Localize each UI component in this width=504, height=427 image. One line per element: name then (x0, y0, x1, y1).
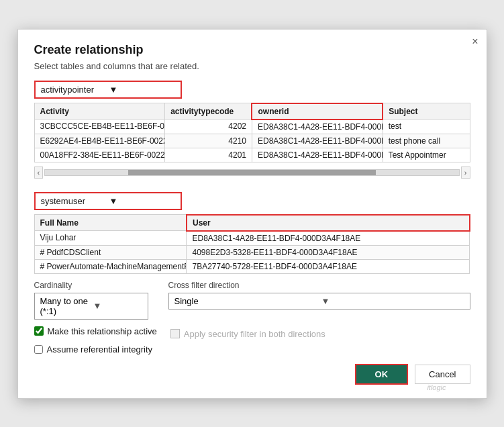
scroll-track[interactable] (44, 169, 460, 176)
table1-col-activitytypecode: activitytypecode (165, 103, 252, 120)
t1-r2-subject: test phone call (383, 134, 470, 148)
cardinality-group: Cardinality Many to one (*:1) ▼ (34, 281, 148, 320)
table2-col-fullname: Full Name (34, 215, 187, 231)
scroll-left-arrow[interactable]: ‹ (34, 167, 44, 179)
watermark: itlogic (427, 383, 446, 391)
dialog-subtitle: Select tables and columns that are relat… (34, 61, 470, 71)
table2-col-user: User (187, 215, 470, 231)
table1-col-ownerid: ownerid (252, 103, 383, 120)
t2-r2-user: 4098E2D3-5328-EE11-BDF4-000D3A4F18AE (187, 245, 470, 259)
scroll-thumb (128, 170, 376, 175)
table-row: # PowerAutomate-MachineManagementRelay 7… (34, 259, 470, 273)
table-row: 00A18FF2-384E-EE11-BE6F-002248214886 420… (34, 148, 470, 162)
table1-data-table: Activity activitytypecode ownerid Subjec… (34, 103, 470, 162)
assume-integrity-checkbox[interactable] (34, 345, 43, 354)
table2-dropdown[interactable]: systemuser ▼ (34, 192, 182, 210)
table-row: E6292AE4-EB4B-EE11-BE6F-002248214886 421… (34, 134, 470, 148)
cardinality-crossfilter-section: Cardinality Many to one (*:1) ▼ Cross fi… (34, 281, 470, 320)
table2-dropdown-arrow: ▼ (109, 196, 175, 206)
scroll-right-arrow[interactable]: › (461, 167, 470, 179)
apply-security-row: Apply security filter in both directions (170, 329, 325, 339)
crossfilter-arrow: ▼ (321, 296, 464, 306)
dialog-footer: OK Cancel (34, 364, 470, 385)
table1-section: activitypointer ▼ Activity activitytypec… (34, 81, 470, 179)
table-row: # PddfCDSClient 4098E2D3-5328-EE11-BDF4-… (34, 245, 470, 259)
t1-r2-activity: E6292AE4-EB4B-EE11-BE6F-002248214886 (34, 134, 165, 148)
table1-dropdown-arrow: ▼ (109, 85, 175, 95)
t2-r1-fullname: Viju Lohar (34, 231, 187, 246)
t1-r2-ownerid: ED8A38C1-4A28-EE11-BDF4-000D3A4F18AE (252, 134, 383, 148)
t1-r3-activity: 00A18FF2-384E-EE11-BE6F-002248214886 (34, 148, 165, 162)
cardinality-arrow: ▼ (93, 301, 142, 311)
table1-dropdown-value: activitypointer (41, 85, 107, 95)
apply-security-label: Apply security filter in both directions (184, 329, 325, 339)
make-active-checkbox[interactable] (34, 326, 44, 336)
table2-section: systemuser ▼ Full Name User Viju Lohar E… (34, 192, 470, 274)
table2-data-table: Full Name User Viju Lohar ED8A38C1-4A28-… (34, 214, 470, 274)
table-row: 3CBCCC5CE-EB4B-EE11-BE6F-002248214886 42… (34, 120, 470, 134)
ok-button[interactable]: OK (355, 364, 409, 385)
assume-integrity-label: Assume referential integrity (47, 344, 153, 354)
make-active-row: Make this relationship active (34, 326, 157, 336)
table2-dropdown-value: systemuser (41, 196, 107, 206)
t2-r3-fullname: # PowerAutomate-MachineManagementRelay (34, 259, 187, 273)
cancel-button[interactable]: Cancel (415, 365, 470, 384)
t1-r3-acttype: 4201 (165, 148, 252, 162)
t1-r2-acttype: 4210 (165, 134, 252, 148)
t1-r3-subject: Test Appointmer (383, 148, 470, 162)
crossfilter-label: Cross filter direction (168, 281, 470, 290)
apply-security-checkbox-disabled (170, 329, 180, 338)
cardinality-select[interactable]: Many to one (*:1) ▼ (34, 293, 148, 320)
t2-r1-user: ED8A38C1-4A28-EE11-BDF4-000D3A4F18AE (187, 231, 470, 246)
table2-header-row: Full Name User (34, 215, 470, 231)
t1-r1-subject: test (383, 120, 470, 134)
table1-scrollbar: ‹ › (34, 167, 470, 179)
close-button[interactable]: × (472, 36, 478, 47)
cardinality-value: Many to one (*:1) (40, 296, 89, 316)
make-active-label: Make this relationship active (48, 326, 157, 336)
t2-r2-fullname: # PddfCDSClient (34, 245, 187, 259)
t1-r1-ownerid: ED8A38C1-4A28-EE11-BDF4-000D3A4F18AE (252, 120, 383, 134)
dialog-title: Create relationship (34, 43, 470, 57)
table-row: Viju Lohar ED8A38C1-4A28-EE11-BDF4-000D3… (34, 231, 470, 246)
t1-r1-acttype: 4202 (165, 120, 252, 134)
crossfilter-select[interactable]: Single ▼ (168, 293, 470, 310)
t2-r3-user: 7BA27740-5728-EE11-BDF4-000D3A4F18AE (187, 259, 470, 273)
create-relationship-dialog: × Create relationship Select tables and … (17, 29, 487, 399)
table1-col-subject: Subject (383, 103, 470, 120)
crossfilter-value: Single (174, 296, 317, 306)
t1-r1-activity: 3CBCCC5CE-EB4B-EE11-BE6F-002248214886 (34, 120, 165, 134)
cardinality-label: Cardinality (34, 281, 148, 290)
t1-r3-ownerid: ED8A38C1-4A28-EE11-BDF4-000D3A4F18AE (252, 148, 383, 162)
assume-integrity-row: Assume referential integrity (34, 344, 470, 354)
table1-col-activity: Activity (34, 103, 165, 120)
crossfilter-group: Cross filter direction Single ▼ (168, 281, 470, 310)
table1-header-row: Activity activitytypecode ownerid Subjec… (34, 103, 470, 120)
table1-dropdown[interactable]: activitypointer ▼ (34, 81, 182, 99)
